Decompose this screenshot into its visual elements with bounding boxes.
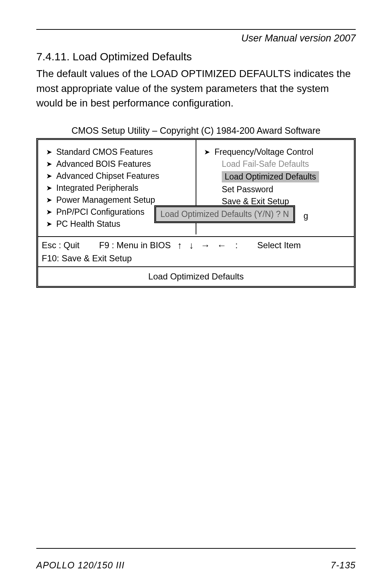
triangle-icon: ➤ <box>42 184 56 192</box>
select-item-label: Select Item <box>257 240 301 250</box>
menu-label: Integrated Peripherals <box>56 183 192 193</box>
bios-title: CMOS Setup Utility – Copyright (C) 1984-… <box>36 125 356 136</box>
triangle-icon: ➤ <box>42 196 56 204</box>
menu-item-standard-cmos[interactable]: ➤ Standard CMOS Features <box>42 147 192 157</box>
menu-item-freq-voltage[interactable]: ➤ Frequency/Voltage Control <box>200 147 350 157</box>
menu-label: Standard CMOS Features <box>56 147 192 157</box>
dialog-text: Load Optimized Defaults (Y/N) ? N <box>160 209 289 219</box>
help-text: Load Optimized Defaults <box>148 271 244 281</box>
colon: : <box>235 240 238 250</box>
menu-item-adv-bios[interactable]: ➤ Advanced BOIS Features <box>42 159 192 169</box>
menu-label: Advanced BOIS Features <box>56 159 192 169</box>
footer-rule <box>36 548 356 549</box>
menu-item-adv-chipset[interactable]: ➤ Advanced Chipset Features <box>42 171 192 181</box>
menu-label: Advanced Chipset Features <box>56 171 192 181</box>
bios-keyhints: Esc : Quit F9 : Menu in BIOS ↑ ↓ → ← : S… <box>38 236 354 266</box>
bios-screenshot: ➤ Standard CMOS Features ➤ Advanced BOIS… <box>36 138 356 288</box>
triangle-icon: ➤ <box>42 220 56 228</box>
arrow-keys-icon: ↑ ↓ → ← <box>177 240 229 251</box>
page-header: User Manual version 2007 <box>36 33 356 44</box>
highlighted-label: Load Optimized Defaults <box>222 171 319 182</box>
triangle-icon: ➤ <box>42 160 56 168</box>
stray-letter: g <box>303 211 308 221</box>
key-f10: F10: Save & Exit Setup <box>42 253 132 263</box>
section-body: The default values of the LOAD OPTIMIZED… <box>36 67 356 111</box>
triangle-icon: ➤ <box>200 148 215 156</box>
bios-main-area: ➤ Standard CMOS Features ➤ Advanced BOIS… <box>38 140 354 236</box>
triangle-icon: ➤ <box>42 208 56 216</box>
page-footer: APOLLO 120/150 III 7-135 <box>36 560 356 571</box>
footer-left: APOLLO 120/150 III <box>36 560 124 571</box>
menu-label: Power Management Setup <box>56 195 192 205</box>
footer-page-number: 7-135 <box>331 560 356 571</box>
menu-item-load-optimized[interactable]: Load Optimized Defaults <box>200 171 350 182</box>
menu-item-save-exit[interactable]: Save & Exit Setup <box>200 197 350 206</box>
manual-page: User Manual version 2007 7.4.11. Load Op… <box>0 0 392 588</box>
triangle-icon: ➤ <box>42 172 56 180</box>
triangle-icon: ➤ <box>42 148 56 156</box>
confirm-dialog[interactable]: Load Optimized Defaults (Y/N) ? N <box>154 205 295 223</box>
header-rule <box>36 29 356 30</box>
section-title: 7.4.11. Load Optimized Defaults <box>36 51 356 63</box>
menu-item-integrated-peripherals[interactable]: ➤ Integrated Peripherals <box>42 183 192 193</box>
menu-item-power-management[interactable]: ➤ Power Management Setup <box>42 195 192 205</box>
menu-item-failsafe[interactable]: Load Fail-Safe Defaults <box>200 159 350 169</box>
menu-label: Load Fail-Safe Defaults <box>222 159 309 169</box>
key-esc: Esc : Quit <box>42 240 79 250</box>
key-f9: F9 : Menu in BIOS <box>99 240 171 250</box>
menu-label: Set Password <box>222 185 273 194</box>
menu-item-set-password[interactable]: Set Password <box>200 185 350 194</box>
bios-help-footer: Load Optimized Defaults <box>38 266 354 286</box>
menu-label: Frequency/Voltage Control <box>215 147 350 157</box>
menu-label: Save & Exit Setup <box>222 197 289 206</box>
